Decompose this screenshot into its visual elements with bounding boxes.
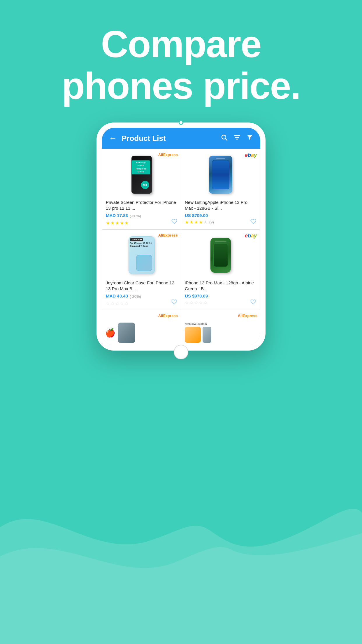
product-image: Anti Spy GlassTemperedGlass 9D <box>131 156 152 194</box>
sort-icon[interactable] <box>233 134 240 143</box>
star-4: ★ <box>120 220 124 226</box>
search-icon[interactable] <box>221 134 228 143</box>
product-price: MAD 43.43 <box>106 293 128 298</box>
product-image-container: Anti Spy GlassTemperedGlass 9D <box>106 153 177 197</box>
product-card[interactable]: AliExpress JOYROOM For iPhone 13 12 11Di… <box>102 230 181 310</box>
star-1: ☆ <box>185 300 189 305</box>
star-4: ☆ <box>199 300 203 305</box>
product-image <box>209 156 232 194</box>
star-5: ☆ <box>203 300 208 305</box>
phone-frame: ← Product List <box>96 123 266 351</box>
store-badge: AliExpress <box>158 313 178 318</box>
product-image-container: JOYROOM For iPhone 13 12 11Diamond ♥ Cas… <box>106 233 177 277</box>
star-3: ☆ <box>115 301 119 306</box>
favorite-button[interactable] <box>250 299 256 306</box>
product-price: MAD 17.83 <box>106 213 128 218</box>
star-2: ☆ <box>110 301 115 306</box>
product-image-container <box>185 233 256 277</box>
product-image-container <box>185 153 256 197</box>
star-2: ★ <box>110 220 115 226</box>
product-thumbnail-2 <box>203 327 211 343</box>
product-price-row: US $970.69 <box>185 293 256 299</box>
favorite-button[interactable] <box>171 299 177 306</box>
partial-card-content: 🍎 <box>105 323 177 343</box>
product-name: Joyroom Clear Case For iPhone 12 13 Pro … <box>106 280 177 292</box>
star-2: ☆ <box>189 300 194 305</box>
product-card[interactable]: ebay <box>181 230 260 310</box>
star-5: ☆ <box>124 301 129 306</box>
star-3: ★ <box>194 219 198 225</box>
bottom-partial-row: AliExpress 🍎 AliExpress exclusive-custom <box>102 310 260 345</box>
phone-thumbnail <box>118 323 135 343</box>
star-5: ★ <box>203 219 208 225</box>
back-button[interactable]: ← <box>109 134 117 143</box>
exclusive-label: exclusive-custom <box>185 323 257 326</box>
favorite-button[interactable] <box>171 218 177 226</box>
star-rating: ☆ ☆ ☆ ☆ ☆ <box>185 300 256 305</box>
partial-card-right[interactable]: AliExpress exclusive-custom <box>181 310 260 345</box>
star-1: ★ <box>106 220 110 226</box>
filter-icon[interactable] <box>246 134 253 143</box>
product-price-row: US $709.00 <box>185 213 256 218</box>
star-4: ★ <box>199 219 203 225</box>
star-3: ☆ <box>194 300 198 305</box>
product-image <box>209 236 232 274</box>
phone-screen: ← Product List <box>102 128 260 345</box>
review-count: (9) <box>209 220 214 224</box>
partial-card-left[interactable]: AliExpress 🍎 <box>102 310 181 345</box>
products-grid: AliExpress Anti Spy GlassTemperedGlass 9… <box>102 149 260 310</box>
product-name: Private Screen Protector For iPhone 13 p… <box>106 200 177 211</box>
phone-camera <box>179 120 183 125</box>
product-card[interactable]: ebay New ListingApple iPhone 13 Pro Max … <box>181 149 260 229</box>
store-badge: AliExpress <box>238 313 257 318</box>
app-header: ← Product List <box>102 128 260 149</box>
star-1: ☆ <box>106 301 110 306</box>
favorite-button[interactable] <box>250 218 256 226</box>
hero-section: Compare phones price. <box>0 0 362 118</box>
header-title: Product List <box>122 134 216 143</box>
partial-card-content <box>185 327 257 343</box>
star-rating: ★ ★ ★ ★ ★ (9) <box>185 219 256 225</box>
product-thumbnail <box>185 327 201 343</box>
star-1: ★ <box>185 219 189 225</box>
price-discount: (-30%) <box>130 214 141 218</box>
product-name: iPhone 13 Pro Max - 128gb - Alpine Green… <box>185 280 256 292</box>
star-3: ★ <box>115 220 119 226</box>
product-price: US $970.69 <box>185 293 208 298</box>
star-rating: ★ ★ ★ ★ ★ <box>106 220 177 226</box>
product-image: JOYROOM For iPhone 13 12 11Diamond ♥ Cas… <box>129 236 155 274</box>
price-discount: (-20%) <box>130 294 141 299</box>
product-name: New ListingApple iPhone 13 Pro Max - 128… <box>185 200 256 211</box>
svg-line-1 <box>226 139 227 141</box>
hero-title: Compare phones price. <box>0 0 362 118</box>
hero-line2: phones price. <box>61 64 300 107</box>
hero-line1: Compare <box>101 23 261 65</box>
home-button[interactable] <box>174 345 188 359</box>
header-actions <box>221 134 253 143</box>
apple-icon: 🍎 <box>105 328 115 338</box>
product-card[interactable]: AliExpress Anti Spy GlassTemperedGlass 9… <box>102 149 181 229</box>
product-price-row: MAD 43.43 (-20%) <box>106 293 177 300</box>
star-4: ☆ <box>120 301 124 306</box>
star-2: ★ <box>189 219 194 225</box>
product-price-row: MAD 17.83 (-30%) <box>106 213 177 219</box>
product-price: US $709.00 <box>185 213 208 218</box>
star-rating: ☆ ☆ ☆ ☆ ☆ <box>106 301 177 306</box>
star-5: ★ <box>124 220 129 226</box>
phone-mockup: ← Product List <box>96 123 266 351</box>
